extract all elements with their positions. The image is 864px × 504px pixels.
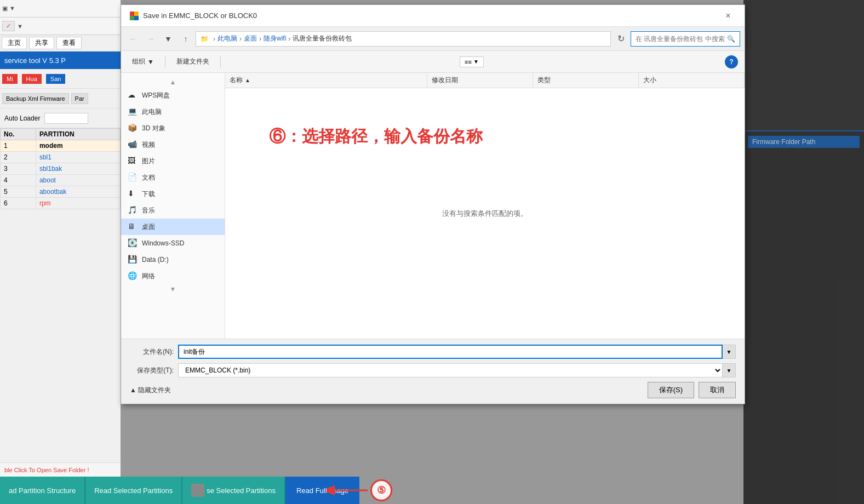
dialog-filelist: 名称 ▲ 修改日期 类型 大小 没有与搜索条件匹配的项。 ⑥：选择路径，输入备份… bbox=[225, 73, 745, 339]
sidebar-scroll-up[interactable]: ▲ bbox=[121, 77, 225, 87]
path-current[interactable]: 讯唐全量备份救砖包 bbox=[293, 34, 352, 43]
filelist-empty-message: 没有与搜索条件匹配的项。 bbox=[225, 88, 745, 339]
organize-button[interactable]: 组织 ▼ bbox=[128, 55, 158, 68]
cancel-button[interactable]: 取消 bbox=[699, 382, 736, 398]
sidebar-item-10[interactable]: 💾Data (D:) bbox=[121, 251, 225, 268]
dialog-close-button[interactable]: × bbox=[720, 8, 736, 24]
new-folder-button[interactable]: 新建文件夹 bbox=[172, 55, 214, 68]
partition-no-3: 4 bbox=[1, 175, 36, 186]
sidebar-item-5[interactable]: 📄文档 bbox=[121, 169, 225, 186]
filetype-row: 保存类型(T): EMMC_BLOCK (*.bin) ▼ bbox=[130, 363, 736, 377]
filename-row: 文件名(N): ▼ bbox=[130, 345, 736, 359]
svg-rect-3 bbox=[134, 16, 139, 20]
filetype-dropdown[interactable]: ▼ bbox=[723, 363, 736, 377]
hide-folders-label: ▲ 隐藏文件夹 bbox=[130, 386, 171, 395]
sidebar-icon-computer: 💻 bbox=[128, 107, 138, 117]
partition-no-5: 6 bbox=[1, 198, 36, 209]
btn-erase-selected[interactable]: se Selected Partitions bbox=[182, 477, 284, 504]
sidebar-label-10: Data (D:) bbox=[142, 256, 169, 264]
sidebar-item-1[interactable]: 💻此电脑 bbox=[121, 104, 225, 120]
partition-name-3[interactable]: aboot bbox=[36, 175, 120, 186]
partition-row: 2sbl1 bbox=[1, 152, 121, 163]
sidebar-label-5: 文档 bbox=[142, 173, 155, 182]
filename-dropdown[interactable]: ▼ bbox=[723, 345, 736, 359]
col-type-header[interactable]: 类型 bbox=[533, 73, 639, 88]
backup-xml-button[interactable]: Backup Xml Firmware bbox=[2, 93, 69, 104]
sidebar-icon-video: 📹 bbox=[128, 140, 138, 150]
tab-home[interactable]: 主页 bbox=[2, 37, 27, 49]
nav-search-input[interactable] bbox=[636, 35, 725, 43]
brand-bar: Mi Hua San bbox=[0, 69, 121, 89]
path-desktop[interactable]: 桌面 bbox=[244, 34, 257, 43]
step5-circle: ⑤ bbox=[370, 479, 392, 501]
partition-name-2[interactable]: sbl1bak bbox=[36, 163, 120, 175]
sidebar-label-7: 音乐 bbox=[142, 206, 155, 215]
partition-name-4[interactable]: abootbak bbox=[36, 186, 120, 198]
sidebar-item-9[interactable]: 💽Windows-SSD bbox=[121, 235, 225, 251]
step5-arrow-svg bbox=[327, 479, 370, 501]
filename-input[interactable] bbox=[178, 345, 723, 359]
nav-path: 📁 › 此电脑 › 桌面 › 随身wifi › 讯唐全量备份救砖包 bbox=[196, 31, 611, 47]
par-button[interactable]: Par bbox=[71, 93, 88, 104]
svg-rect-1 bbox=[134, 12, 139, 16]
autoloader-input[interactable] bbox=[44, 113, 88, 124]
dialog-navbar: ← → ▼ ↑ 📁 › 此电脑 › 桌面 › 随身wifi › 讯唐全量备份救砖… bbox=[121, 27, 745, 51]
dialog-body: ▲ ☁WPS网盘💻此电脑📦3D 对象📹视频🖼图片📄文档⬇下载🎵音乐🖥桌面💽Win… bbox=[121, 73, 745, 339]
sidebar-item-8[interactable]: 🖥桌面 bbox=[121, 219, 225, 235]
tab-view[interactable]: 查看 bbox=[56, 37, 82, 49]
partition-name-0[interactable]: modem bbox=[36, 140, 120, 152]
svg-rect-0 bbox=[130, 12, 134, 16]
dialog-toolbar: 组织 ▼ 新建文件夹 ≡≡ ▼ ? bbox=[121, 51, 745, 73]
btn-read-selected[interactable]: Read Selected Partitions bbox=[85, 477, 181, 504]
partition-no-0: 1 bbox=[1, 140, 36, 152]
sidebar-label-8: 桌面 bbox=[142, 222, 155, 232]
sidebar-item-0[interactable]: ☁WPS网盘 bbox=[121, 87, 225, 104]
help-button[interactable]: ? bbox=[725, 55, 738, 68]
sidebar-label-1: 此电脑 bbox=[142, 107, 162, 117]
sidebar-item-6[interactable]: ⬇下载 bbox=[121, 186, 225, 202]
partition-row: 6rpm bbox=[1, 198, 121, 209]
save-button[interactable]: 保存(S) bbox=[648, 382, 694, 398]
nav-forward-button[interactable]: → bbox=[143, 31, 158, 47]
autoloader-row: Auto Loader bbox=[0, 108, 121, 128]
sidebar-icon-drive-hdd: 💾 bbox=[128, 255, 138, 265]
view-icon: ≡≡ bbox=[465, 59, 472, 65]
filetype-select[interactable]: EMMC_BLOCK (*.bin) bbox=[178, 363, 723, 377]
hide-folders-button[interactable]: ▲ 隐藏文件夹 bbox=[130, 386, 171, 395]
col-date-header[interactable]: 修改日期 bbox=[427, 73, 533, 88]
nav-dropdown-button[interactable]: ▼ bbox=[161, 31, 176, 47]
sidebar-item-4[interactable]: 🖼图片 bbox=[121, 153, 225, 169]
partition-name-1[interactable]: sbl1 bbox=[36, 152, 120, 163]
nav-back-button[interactable]: ← bbox=[125, 31, 141, 47]
hua-button[interactable]: Hua bbox=[22, 74, 42, 84]
partition-name-5[interactable]: rpm bbox=[36, 198, 120, 209]
partition-row: 4aboot bbox=[1, 175, 121, 186]
partition-table: No. PARTITION 1modem2sbl13sbl1bak4aboot5… bbox=[0, 128, 121, 209]
path-computer[interactable]: 此电脑 bbox=[218, 34, 237, 43]
sidebar-item-7[interactable]: 🎵音乐 bbox=[121, 202, 225, 219]
xml-bar: Backup Xml Firmware Par bbox=[0, 89, 121, 108]
sidebar-label-3: 视频 bbox=[142, 140, 155, 150]
organize-label: 组织 bbox=[132, 57, 145, 66]
sam-button[interactable]: San bbox=[46, 74, 66, 84]
dialog-title-text: Save in EMMC_BLOCK or BLOCK0 bbox=[143, 12, 257, 20]
col-size-header[interactable]: 大小 bbox=[639, 73, 745, 88]
sidebar-item-2[interactable]: 📦3D 对象 bbox=[121, 120, 225, 136]
btn-erase-selected-label: se Selected Partitions bbox=[207, 486, 276, 495]
btn-partition-structure-label: ad Partition Structure bbox=[9, 486, 76, 495]
tab-share[interactable]: 共享 bbox=[29, 37, 54, 49]
sidebar-label-6: 下载 bbox=[142, 190, 155, 199]
sidebar-scroll-down[interactable]: ▼ bbox=[121, 284, 225, 294]
col-name-header[interactable]: 名称 ▲ bbox=[225, 73, 427, 88]
new-folder-label: 新建文件夹 bbox=[176, 57, 209, 66]
sidebar-icon-picture: 🖼 bbox=[128, 156, 138, 166]
path-wifi[interactable]: 随身wifi bbox=[264, 34, 286, 43]
mi-button[interactable]: Mi bbox=[2, 74, 18, 84]
nav-refresh-button[interactable]: ↻ bbox=[613, 31, 628, 47]
view-button[interactable]: ≡≡ ▼ bbox=[460, 56, 484, 67]
nav-up-button[interactable]: ↑ bbox=[178, 31, 193, 47]
sidebar-item-3[interactable]: 📹视频 bbox=[121, 136, 225, 153]
view-arrow: ▼ bbox=[473, 59, 479, 65]
sidebar-item-11[interactable]: 🌐网络 bbox=[121, 268, 225, 284]
btn-partition-structure[interactable]: ad Partition Structure bbox=[0, 477, 84, 504]
